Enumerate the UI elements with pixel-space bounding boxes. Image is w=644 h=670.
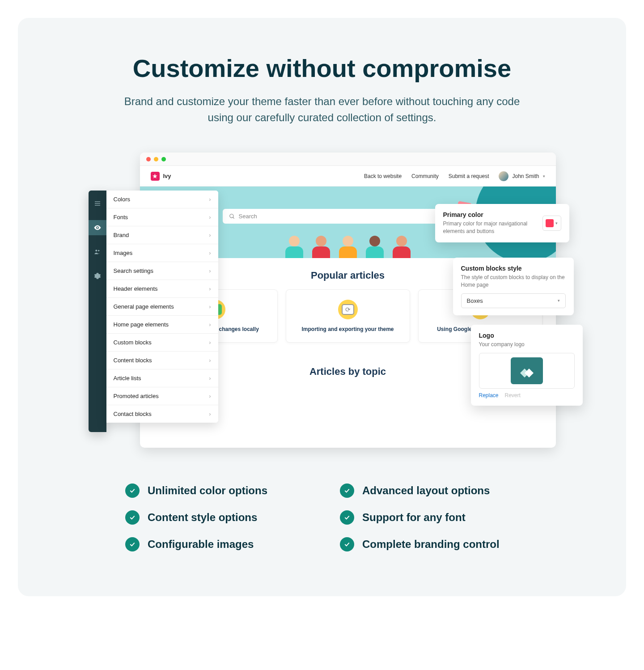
feature-label: Complete branding control (362, 538, 500, 551)
search-placeholder: Search (239, 213, 257, 220)
feature-label: Support for any font (362, 511, 466, 524)
users-icon (94, 248, 101, 255)
user-name: John Smith (512, 173, 539, 179)
popover-logo: Logo Your company logo Replace Revert (471, 325, 583, 406)
feature-item: Configurable images (125, 537, 304, 551)
chevron-right-icon: › (209, 285, 211, 292)
feature-label: Configurable images (148, 538, 254, 551)
popover-custom-blocks: Custom blocks style The style of custom … (453, 258, 574, 315)
site-navbar: ★ Ivy Back to website Community Submit a… (140, 166, 556, 187)
eye-icon (93, 224, 102, 232)
rail-item-settings[interactable] (89, 268, 106, 284)
settings-item-custom-blocks[interactable]: Custom blocks› (106, 334, 218, 352)
settings-item-colors[interactable]: Colors› (106, 191, 218, 208)
settings-panel: Colors› Fonts› Brand› Images› Search set… (106, 191, 218, 423)
settings-rail (89, 191, 106, 432)
svg-point-0 (229, 214, 233, 217)
rail-item-list[interactable] (89, 196, 106, 211)
feature-label: Advanced layout options (362, 484, 490, 497)
feature-label: Content style options (148, 511, 257, 524)
chevron-right-icon: › (209, 250, 211, 256)
logo-actions: Replace Revert (479, 392, 575, 399)
logo-icon (518, 364, 536, 377)
article-card[interactable]: ⟳ Importing and exporting your theme (286, 289, 410, 343)
chevron-right-icon: › (209, 303, 211, 310)
chevron-right-icon: › (209, 393, 211, 399)
popover-desc: Primary color for major navigational ele… (443, 220, 537, 235)
popover-desc: Your company logo (479, 341, 575, 348)
chevron-right-icon: › (209, 321, 211, 328)
brand[interactable]: ★ Ivy (151, 172, 171, 181)
popover-primary-color: Primary color Primary color for major na… (435, 204, 569, 242)
blocks-style-select[interactable]: Boxes ▾ (461, 293, 566, 308)
popover-title: Logo (479, 332, 575, 339)
preview-composite: ★ Ivy Back to website Community Submit a… (89, 153, 556, 452)
minimize-dot (154, 157, 158, 161)
popover-title: Primary color (443, 211, 537, 218)
brand-name: Ivy (163, 173, 171, 179)
svg-point-7 (98, 250, 99, 251)
settings-item-brand[interactable]: Brand› (106, 226, 218, 244)
popover-desc: The style of custom blocks to display on… (461, 274, 566, 289)
chevron-right-icon: › (209, 196, 211, 203)
settings-item-home[interactable]: Home page elements› (106, 316, 218, 334)
close-dot (146, 157, 151, 161)
svg-point-6 (95, 250, 97, 251)
logo-image (511, 357, 543, 384)
feature-item: Complete branding control (340, 537, 519, 551)
svg-point-5 (97, 227, 98, 229)
search-icon (229, 213, 235, 220)
logo-preview (479, 353, 575, 389)
popover-title: Custom blocks style (461, 265, 566, 272)
features-grid: Unlimited color options Advanced layout … (125, 483, 519, 551)
chevron-down-icon: ▾ (558, 298, 560, 303)
feature-item: Unlimited color options (125, 483, 304, 498)
settings-item-promoted[interactable]: Promoted articles› (106, 387, 218, 405)
svg-rect-4 (95, 205, 100, 205)
feature-item: Advanced layout options (340, 483, 519, 498)
marketing-card: Customize without compromise Brand and c… (18, 18, 626, 596)
card-icon: ⟳ (337, 299, 359, 320)
chevron-right-icon: › (209, 411, 211, 417)
chevron-right-icon: › (209, 267, 211, 274)
chevron-down-icon: ▾ (555, 221, 558, 225)
svg-rect-2 (95, 201, 100, 202)
revert-link[interactable]: Revert (505, 392, 521, 399)
feature-label: Unlimited color options (148, 484, 267, 497)
user-menu[interactable]: John Smith ▾ (499, 171, 545, 181)
chevron-right-icon: › (209, 232, 211, 238)
check-icon (340, 483, 354, 498)
settings-item-contact[interactable]: Contact blocks› (106, 405, 218, 423)
avatar (499, 171, 508, 181)
card-title: Importing and exporting your theme (294, 326, 402, 333)
check-icon (125, 510, 140, 525)
check-icon (340, 537, 354, 551)
rail-item-preview[interactable] (89, 220, 106, 235)
settings-item-article-lists[interactable]: Article lists› (106, 369, 218, 387)
svg-rect-3 (95, 203, 100, 204)
nav-link-community[interactable]: Community (411, 173, 439, 179)
settings-item-images[interactable]: Images› (106, 244, 218, 262)
maximize-dot (161, 157, 166, 161)
people-illustration (285, 236, 411, 258)
select-value: Boxes (467, 297, 483, 304)
chevron-down-icon: ▾ (543, 174, 545, 178)
settings-item-fonts[interactable]: Fonts› (106, 208, 218, 226)
replace-link[interactable]: Replace (479, 392, 499, 399)
settings-item-content-blocks[interactable]: Content blocks› (106, 352, 218, 369)
chevron-right-icon: › (209, 339, 211, 346)
rail-item-users[interactable] (89, 244, 106, 259)
nav-link-back[interactable]: Back to website (364, 173, 402, 179)
settings-item-general[interactable]: General page elements› (106, 298, 218, 316)
chevron-right-icon: › (209, 214, 211, 221)
settings-item-header[interactable]: Header elements› (106, 280, 218, 298)
color-picker[interactable]: ▾ (542, 216, 561, 231)
check-icon (125, 537, 140, 551)
check-icon (125, 483, 140, 498)
nav-link-submit[interactable]: Submit a request (449, 173, 489, 179)
settings-item-search[interactable]: Search settings› (106, 262, 218, 280)
gear-icon (94, 272, 101, 280)
hero-title: Customize without compromise (45, 54, 599, 83)
brand-logo-icon: ★ (151, 172, 160, 181)
window-controls (140, 153, 556, 166)
